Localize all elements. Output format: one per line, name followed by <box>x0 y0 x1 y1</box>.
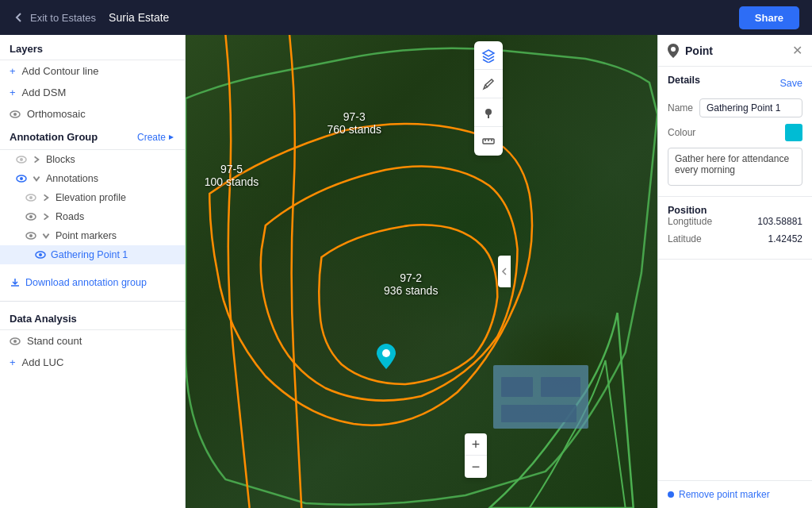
svg-rect-20 <box>501 405 576 422</box>
svg-point-8 <box>29 196 33 199</box>
longitude-label: Longtitude <box>668 216 712 227</box>
panel-title-row: Point <box>668 44 713 58</box>
stand-count-label: Stand count <box>27 335 82 347</box>
zoom-controls: + − <box>465 433 487 478</box>
draw-toolbar-btn[interactable] <box>474 70 503 98</box>
add-contour-label: Add Contour line <box>22 65 99 77</box>
panel-header: Point ✕ <box>658 35 812 67</box>
panel-close-button[interactable]: ✕ <box>792 43 802 58</box>
zoom-out-button[interactable]: − <box>465 456 487 478</box>
elevation-label: Elevation profile <box>56 192 126 203</box>
tree-item-gathering-point[interactable]: Gathering Point 1 <box>0 245 185 264</box>
panel-title: Point <box>685 44 713 57</box>
svg-point-4 <box>20 158 23 161</box>
zoom-in-button[interactable]: + <box>465 433 487 456</box>
svg-point-16 <box>13 340 17 343</box>
details-section: Details Save Name Colour Gather here for… <box>658 67 812 197</box>
tree-item-elevation[interactable]: Elevation profile <box>0 188 185 207</box>
add-luc-item[interactable]: + Add LUC <box>0 352 185 373</box>
data-analysis-title: Data Analysis <box>0 305 185 330</box>
svg-point-21 <box>382 349 390 357</box>
svg-rect-19 <box>541 377 580 397</box>
colour-swatch[interactable] <box>785 124 802 141</box>
map-background: 97-5100 stands 97-3760 stands 97-2936 st… <box>186 35 657 508</box>
latitude-row: Latitude 1.42452 <box>668 233 802 244</box>
map-pin <box>377 344 396 369</box>
data-analysis-section: Data Analysis Stand count + Add LUC <box>0 301 185 373</box>
name-field-row: Name <box>668 98 802 117</box>
add-contour-item[interactable]: + Add Contour line <box>0 60 185 82</box>
svg-point-14 <box>39 253 42 256</box>
eye-icon-ortho <box>10 109 21 120</box>
panel-footer: Remove point marker <box>658 480 812 508</box>
position-section: Position Longtitude 103.58881 Latitude 1… <box>658 197 812 260</box>
point-markers-label: Point markers <box>56 230 117 241</box>
download-label: Download annotation group <box>25 277 147 288</box>
create-label: Create <box>137 132 166 143</box>
map-area[interactable]: 97-5100 stands 97-3760 stands 97-2936 st… <box>186 35 657 508</box>
point-toolbar-btn[interactable] <box>474 98 503 127</box>
blocks-label: Blocks <box>46 154 75 165</box>
share-button[interactable]: Share <box>739 6 799 29</box>
save-button[interactable]: Save <box>780 78 803 89</box>
stand-count-item[interactable]: Stand count <box>0 330 185 352</box>
gathering-point-label: Gathering Point 1 <box>51 249 128 260</box>
orthomosaic-item[interactable]: Orthomosaic <box>0 103 185 125</box>
main-layout: Layers + Add Contour line + Add DSM Orth… <box>0 35 812 508</box>
svg-rect-18 <box>501 377 533 397</box>
svg-marker-2 <box>169 135 174 140</box>
right-panel: Point ✕ Details Save Name Colour Gather … <box>657 35 812 508</box>
map-label-97-3: 97-3760 stands <box>327 110 382 136</box>
add-dsm-item[interactable]: + Add DSM <box>0 82 185 103</box>
plus-icon: + <box>10 65 16 77</box>
plus-icon-luc: + <box>10 356 16 368</box>
annotation-group-header: Annotation Group Create <box>0 125 185 150</box>
create-button[interactable]: Create <box>137 132 175 143</box>
building-overlay <box>489 361 592 433</box>
svg-point-22 <box>485 109 492 115</box>
measure-toolbar-btn[interactable] <box>474 127 503 156</box>
tree-item-roads[interactable]: Roads <box>0 207 185 226</box>
colour-field-row: Colour <box>668 124 802 141</box>
longitude-row: Longtitude 103.58881 <box>668 216 802 227</box>
add-luc-label: Add LUC <box>22 356 64 368</box>
remove-button[interactable]: Remove point marker <box>679 489 770 500</box>
annotations-label: Annotations <box>46 173 98 184</box>
tree-item-blocks[interactable]: Blocks <box>0 150 185 169</box>
layers-toolbar-btn[interactable] <box>474 41 503 70</box>
contour-overlay <box>186 35 657 508</box>
page-title: Suria Estate <box>109 11 169 24</box>
orthomosaic-label: Orthomosaic <box>27 108 86 120</box>
app-header: Exit to Estates Suria Estate Share <box>0 0 812 35</box>
back-button[interactable]: Exit to Estates <box>13 11 96 24</box>
tree-item-point-markers[interactable]: Point markers <box>0 226 185 245</box>
point-icon <box>668 44 679 58</box>
tree-item-annotations[interactable]: Annotations <box>0 169 185 188</box>
map-label-97-5: 97-5100 stands <box>205 163 259 188</box>
svg-point-6 <box>20 177 23 180</box>
svg-point-1 <box>13 113 17 116</box>
latitude-value: 1.42452 <box>768 233 802 244</box>
map-toolbar <box>474 41 503 156</box>
plus-icon-dsm: + <box>10 87 16 98</box>
add-dsm-label: Add DSM <box>22 87 67 98</box>
longitude-value: 103.58881 <box>757 216 802 227</box>
latitude-label: Latitude <box>668 233 702 244</box>
position-title: Position <box>668 205 707 216</box>
annotation-group-title: Annotation Group <box>10 131 98 143</box>
layers-section-title: Layers <box>0 35 185 60</box>
panel-collapse-handle[interactable] <box>498 256 511 287</box>
roads-label: Roads <box>56 211 84 222</box>
name-label: Name <box>668 102 693 114</box>
name-input[interactable] <box>699 98 802 117</box>
svg-point-27 <box>671 47 676 52</box>
download-button[interactable]: Download annotation group <box>10 272 175 293</box>
colour-label: Colour <box>668 127 695 138</box>
description-textarea[interactable]: Gather here for attendance every morning <box>668 148 802 186</box>
svg-point-12 <box>29 234 33 237</box>
remove-dot-icon <box>668 491 674 498</box>
svg-point-10 <box>29 215 33 218</box>
details-title: Details <box>668 75 700 86</box>
sidebar: Layers + Add Contour line + Add DSM Orth… <box>0 35 186 508</box>
back-label: Exit to Estates <box>30 12 96 24</box>
